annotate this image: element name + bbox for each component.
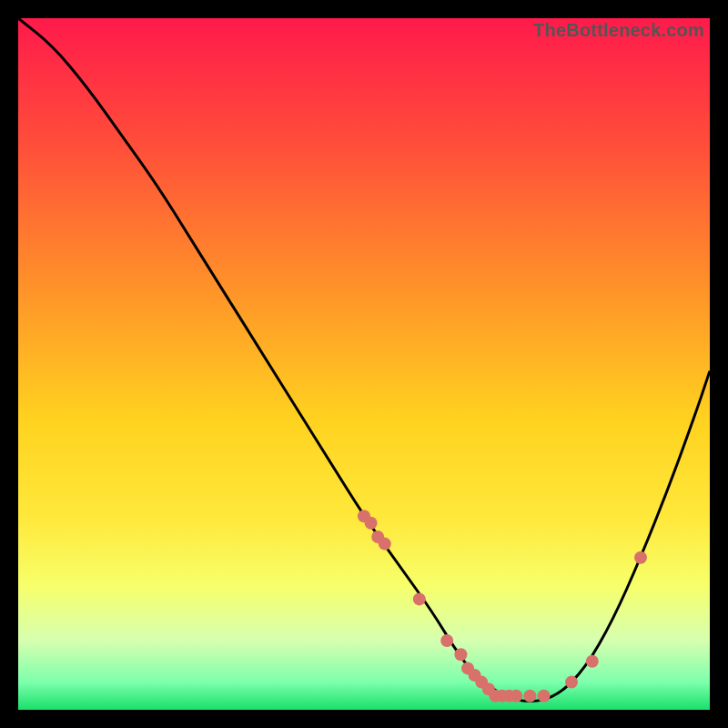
sample-dot: [454, 648, 467, 661]
sample-dot: [379, 538, 391, 551]
chart-background: [18, 18, 710, 710]
sample-dot: [365, 517, 378, 530]
sample-dot: [413, 592, 426, 605]
chart-canvas: [18, 18, 710, 710]
watermark-text: TheBottleneck.com: [533, 20, 704, 41]
sample-dot: [440, 634, 453, 647]
sample-dot: [510, 690, 522, 703]
sample-dot: [586, 655, 599, 668]
chart-frame: TheBottleneck.com: [18, 18, 710, 710]
sample-dot: [523, 690, 536, 703]
sample-dot: [538, 690, 551, 703]
sample-dot: [565, 676, 578, 689]
sample-dot: [634, 551, 647, 564]
